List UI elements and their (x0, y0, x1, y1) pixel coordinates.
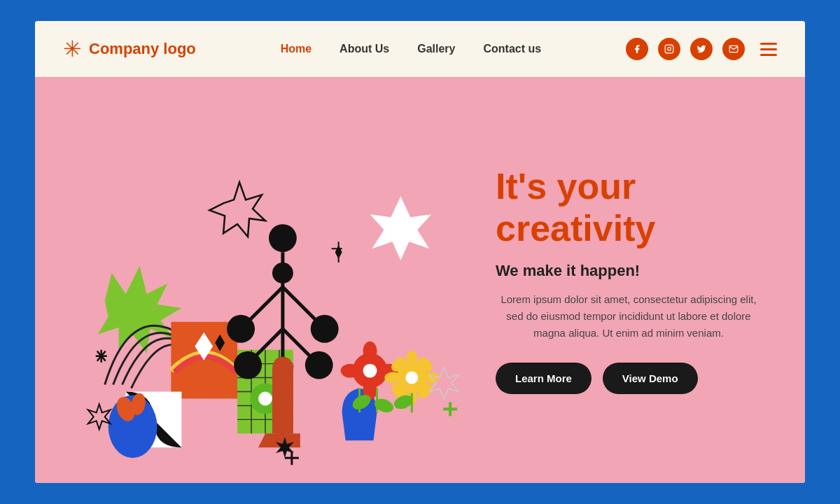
nav-contact[interactable]: Contact us (483, 43, 541, 55)
svg-marker-37 (370, 196, 432, 260)
main-nav: Home About Us Gallery Contact us (281, 43, 542, 55)
nav-about[interactable]: About Us (340, 43, 389, 55)
nav-home[interactable]: Home (281, 43, 312, 55)
svg-point-32 (305, 351, 333, 379)
svg-point-39 (363, 364, 377, 378)
svg-point-45 (405, 372, 418, 384)
logo-area: ✳ Company logo (63, 38, 196, 60)
svg-line-25 (248, 287, 283, 322)
hero-section: It's your creativity We make it happen! … (35, 77, 805, 483)
svg-point-17 (258, 392, 272, 406)
svg-point-28 (311, 315, 339, 343)
svg-point-40 (363, 342, 377, 361)
svg-marker-64 (429, 368, 458, 400)
learn-more-button[interactable]: Learn More (496, 363, 592, 394)
svg-marker-59 (88, 404, 111, 429)
logo-star-icon: ✳ (63, 38, 82, 60)
twitter-icon[interactable] (690, 38, 713, 60)
svg-point-30 (234, 351, 262, 379)
hero-body-text: Lorem ipsum dolor sit amet, consectetur … (496, 291, 762, 342)
svg-rect-0 (665, 45, 673, 53)
logo-text: Company logo (89, 40, 196, 58)
hero-title: It's your creativity (496, 166, 770, 250)
svg-point-49 (422, 372, 439, 384)
svg-point-23 (269, 224, 297, 252)
page-wrapper: ✳ Company logo Home About Us Gallery Con… (35, 21, 805, 483)
hero-content: It's your creativity We make it happen! … (482, 138, 805, 423)
instagram-icon[interactable] (658, 38, 680, 60)
svg-point-1 (668, 48, 671, 51)
nav-gallery[interactable]: Gallery (417, 43, 455, 55)
facebook-icon[interactable] (626, 38, 648, 60)
svg-point-46 (406, 351, 417, 368)
hamburger-menu[interactable] (760, 43, 777, 56)
header: ✳ Company logo Home About Us Gallery Con… (35, 21, 805, 77)
svg-point-48 (384, 372, 401, 384)
svg-marker-4 (209, 182, 265, 237)
hero-illustrations (35, 77, 482, 483)
svg-point-2 (671, 46, 672, 47)
svg-point-42 (341, 364, 360, 378)
svg-point-24 (272, 262, 293, 284)
header-right (626, 38, 777, 60)
svg-line-27 (283, 287, 318, 322)
hero-subtitle: We make it happen! (496, 262, 640, 280)
view-demo-button[interactable]: View Demo (603, 363, 698, 394)
hero-buttons: Learn More View Demo (496, 363, 698, 394)
email-icon[interactable] (722, 38, 745, 60)
svg-point-26 (227, 315, 255, 343)
